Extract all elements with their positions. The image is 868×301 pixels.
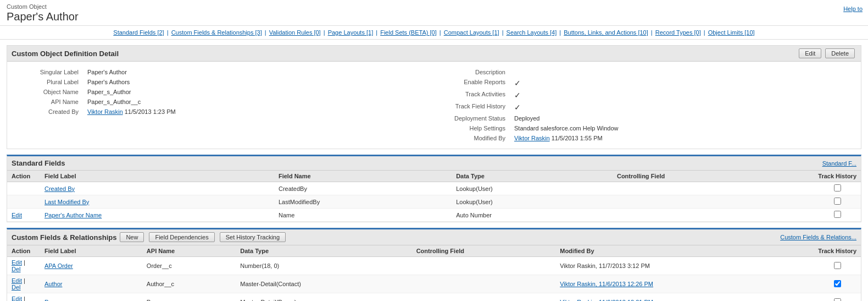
sf-track-checkbox[interactable]	[834, 184, 841, 191]
cf-track-checkbox[interactable]	[834, 298, 841, 302]
object-name-label: Object Name	[7, 87, 84, 97]
sf-action-cell[interactable]: Edit	[7, 209, 40, 222]
custom-fields-tbody: Edit | DelAPA OrderOrder__cNumber(18, 0)…	[7, 257, 861, 302]
sf-field-label-cell: Created By	[40, 182, 274, 195]
standard-fields-thead: Action Field Label Field Name Data Type …	[7, 171, 861, 182]
nav-standard-fields[interactable]: Standard Fields [2]	[113, 29, 164, 36]
nav-search-layouts[interactable]: Search Layouts [4]	[507, 29, 557, 36]
track-field-history-label: Track Field History	[434, 101, 511, 113]
standard-fields-tbody: Created ByCreatedByLookup(User)Last Modi…	[7, 182, 861, 222]
nav-compact-layouts[interactable]: Compact Layouts [1]	[444, 29, 499, 36]
cf-action-cell: Edit | Del	[7, 293, 40, 302]
cf-action-cell: Edit | Del	[7, 275, 40, 293]
cf-field-label-link[interactable]: Author	[44, 281, 62, 287]
sf-field-name-cell: CreatedBy	[274, 182, 452, 195]
nav-buttons-links[interactable]: Buttons, Links, and Actions [10]	[564, 29, 648, 36]
sf-edit-link[interactable]: Edit	[12, 212, 22, 218]
cf-modified-by-cell: Viktor Raskin, 11/6/2013 12:21 PM	[555, 293, 814, 302]
modified-by-value: Viktor Raskin 11/5/2013 1:55 PM	[511, 133, 861, 143]
col-field-name: Field Name	[274, 171, 452, 182]
table-row: EditPaper's Author NameNameAuto Number	[7, 209, 861, 222]
cf-track-checkbox[interactable]	[834, 280, 841, 287]
custom-fields-table: Action Field Label API Name Data Type Co…	[7, 245, 861, 301]
plural-label-row: Plural Label Paper's Authors	[7, 77, 434, 87]
sf-track-checkbox[interactable]	[834, 211, 841, 218]
col-action: Action	[7, 171, 40, 182]
track-activities-row: Track Activities ✓	[434, 89, 861, 101]
cf-api-name-cell: Order__c	[142, 257, 236, 275]
cf-controlling-field-cell	[412, 257, 556, 275]
sf-field-label-cell: Last Modified By	[40, 195, 274, 209]
cf-edit-link[interactable]: Edit	[12, 259, 22, 266]
nav-page-layouts[interactable]: Page Layouts [1]	[328, 29, 374, 36]
help-settings-label: Help Settings	[434, 123, 511, 133]
table-row: Edit | DelAPA OrderOrder__cNumber(18, 0)…	[7, 257, 861, 275]
table-row: Last Modified ByLastModifiedByLookup(Use…	[7, 195, 861, 209]
cf-del-link[interactable]: Del	[12, 266, 21, 272]
created-by-label: Created By	[7, 107, 84, 117]
custom-fields-thead: Action Field Label API Name Data Type Co…	[7, 245, 861, 257]
standard-fields-section: Standard Fields Standard F... Action Fie…	[7, 155, 861, 222]
custom-fields-title: Custom Fields & Relationships	[12, 233, 116, 242]
singular-label-label: Singular Label	[7, 67, 84, 77]
cf-field-label-link[interactable]: Paper	[44, 299, 60, 301]
delete-button[interactable]: Delete	[825, 48, 855, 58]
standard-fields-right-link[interactable]: Standard F...	[822, 160, 856, 167]
cf-col-field-label: Field Label	[40, 245, 142, 257]
cf-field-label-link[interactable]: APA Order	[44, 262, 73, 269]
sf-field-label-link[interactable]: Paper's Author Name	[44, 212, 102, 218]
new-button[interactable]: New	[120, 232, 144, 242]
cf-controlling-field-cell	[412, 275, 556, 293]
cf-edit-link[interactable]: Edit	[12, 277, 22, 284]
api-name-label: API Name	[7, 97, 84, 107]
cf-track-checkbox[interactable]	[834, 262, 841, 269]
modified-by-row: Modified By Viktor Raskin 11/5/2013 1:55…	[434, 133, 861, 143]
sf-field-name-cell: Name	[274, 209, 452, 222]
modified-by-link[interactable]: Viktor Raskin	[514, 135, 550, 141]
cf-track-history-cell	[814, 275, 861, 293]
custom-fields-right-link[interactable]: Custom Fields & Relations...	[780, 234, 856, 240]
cf-field-label-cell: Author	[40, 275, 142, 293]
sf-track-history-cell	[814, 195, 861, 209]
cf-modified-by-link[interactable]: Viktor Raskin, 11/6/2013 12:21 PM	[560, 299, 653, 301]
sf-field-label-link[interactable]: Last Modified By	[44, 199, 89, 205]
cf-modified-by-link[interactable]: Viktor Raskin, 11/6/2013 12:26 PM	[560, 281, 653, 287]
deployment-status-value: Deployed	[511, 113, 861, 123]
sf-action-cell	[7, 182, 40, 195]
cf-col-data-type: Data Type	[236, 245, 411, 257]
enable-reports-value: ✓	[511, 77, 861, 89]
deployment-status-label: Deployment Status	[434, 113, 511, 123]
nav-custom-fields[interactable]: Custom Fields & Relationships [3]	[171, 29, 262, 36]
description-value	[511, 67, 861, 77]
cf-del-link[interactable]: Del	[12, 284, 21, 291]
nav-record-types[interactable]: Record Types [0]	[655, 29, 701, 36]
cf-modified-by-cell: Viktor Raskin, 11/6/2013 12:26 PM	[555, 275, 814, 293]
sf-field-label-link[interactable]: Created By	[44, 185, 75, 192]
set-history-button[interactable]: Set History Tracking	[220, 232, 286, 242]
cf-field-label-cell: Paper	[40, 293, 142, 302]
table-row: Edit | DelPaperPaper__cMaster-Detail(Pap…	[7, 293, 861, 302]
singular-label-value: Paper's Author	[84, 67, 434, 77]
object-name-row: Object Name Paper_s_Author	[7, 87, 434, 97]
field-deps-button[interactable]: Field Dependencies	[149, 232, 214, 242]
nav-field-sets[interactable]: Field Sets (BETA) [0]	[380, 29, 437, 36]
custom-object-label: Custom Object	[7, 3, 861, 10]
cf-api-name-cell: Paper__c	[142, 293, 236, 302]
page-header: Custom Object Paper's Author	[0, 0, 868, 26]
cf-modified-by-cell: Viktor Raskin, 11/7/2013 3:12 PM	[555, 257, 814, 275]
created-by-link[interactable]: Viktor Raskin	[87, 108, 123, 115]
sf-track-checkbox[interactable]	[834, 198, 841, 205]
created-by-row: Created By Viktor Raskin 11/5/2013 1:23 …	[7, 107, 434, 117]
nav-validation-rules[interactable]: Validation Rules [0]	[269, 29, 321, 36]
api-name-value: Paper_s_Author__c	[84, 97, 434, 107]
definition-section-header: Custom Object Definition Detail Edit Del…	[7, 46, 861, 62]
sf-controlling-field-cell	[613, 182, 814, 195]
page-title: Paper's Author	[7, 10, 861, 23]
definition-two-col: Singular Label Paper's Author Plural Lab…	[7, 67, 861, 143]
plural-label-value: Paper's Authors	[84, 77, 434, 87]
nav-object-limits[interactable]: Object Limits [10]	[708, 29, 755, 36]
edit-button[interactable]: Edit	[799, 48, 821, 58]
help-link[interactable]: Help to	[843, 6, 863, 12]
cf-edit-link[interactable]: Edit	[12, 295, 22, 301]
cf-action-cell: Edit | Del	[7, 257, 40, 275]
